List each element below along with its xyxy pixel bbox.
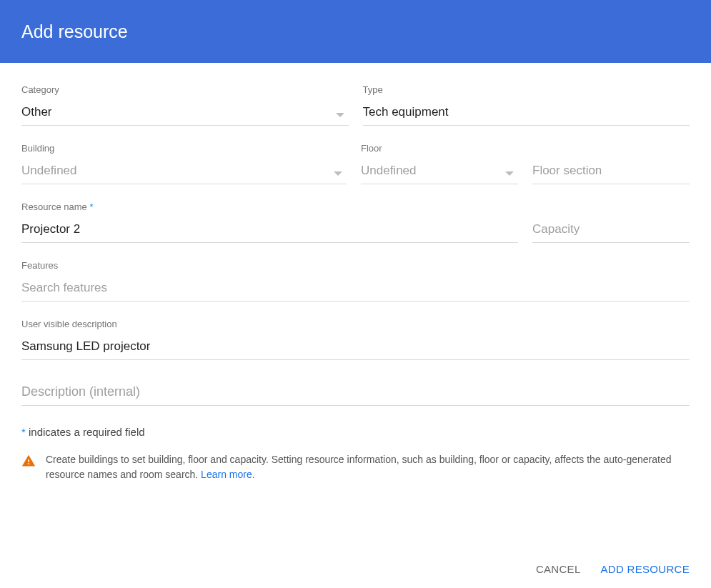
required-star-icon: * [21, 426, 29, 438]
floor-section-input[interactable] [532, 164, 690, 184]
form-body: Category Other Type Building Undefined F… [0, 63, 711, 482]
capacity-field[interactable] [532, 201, 690, 243]
category-value[interactable]: Other [21, 105, 349, 126]
floor-section-field[interactable] [532, 143, 690, 184]
capacity-input[interactable] [532, 222, 690, 243]
user-desc-label: User visible description [21, 319, 690, 329]
hint-text: Create buildings to set building, floor … [46, 454, 672, 480]
warning-icon [21, 454, 36, 468]
building-value[interactable]: Undefined [21, 164, 347, 184]
hint-text-wrap: Create buildings to set building, floor … [46, 452, 690, 482]
required-star-icon: * [89, 201, 93, 212]
dialog-title: Add resource [21, 21, 128, 42]
internal-desc-input[interactable] [21, 384, 690, 406]
resource-name-field[interactable]: Resource name * [21, 201, 518, 243]
type-field[interactable]: Type [363, 84, 690, 126]
add-resource-button[interactable]: ADD RESOURCE [601, 563, 690, 575]
required-field-note: * indicates a required field [21, 426, 690, 438]
resource-name-label: Resource name * [21, 201, 518, 212]
floor-field[interactable]: Floor Undefined [361, 143, 518, 184]
user-desc-field[interactable]: User visible description [21, 319, 690, 360]
features-field[interactable]: Features [21, 260, 690, 302]
cancel-button[interactable]: CANCEL [536, 563, 581, 575]
category-field[interactable]: Category Other [21, 84, 349, 126]
user-desc-input[interactable] [21, 339, 690, 360]
features-input[interactable] [21, 281, 690, 302]
type-label: Type [363, 84, 690, 95]
dialog-footer: CANCEL ADD RESOURCE [536, 563, 690, 575]
required-note-text: indicates a required field [29, 426, 145, 438]
floor-label: Floor [361, 143, 518, 154]
building-label: Building [21, 143, 347, 154]
learn-more-link[interactable]: Learn more. [201, 469, 254, 480]
floor-value[interactable]: Undefined [361, 164, 518, 184]
features-label: Features [21, 260, 690, 271]
resource-name-input[interactable] [21, 222, 518, 243]
resource-name-label-text: Resource name [21, 201, 87, 212]
category-label: Category [21, 84, 349, 95]
building-field[interactable]: Building Undefined [21, 143, 347, 184]
floor-section-spacer [532, 143, 690, 154]
dialog-header: Add resource [0, 0, 711, 63]
type-input[interactable] [363, 105, 690, 126]
capacity-spacer [532, 201, 690, 212]
hint-message: Create buildings to set building, floor … [21, 452, 690, 482]
internal-desc-field[interactable] [21, 384, 690, 406]
